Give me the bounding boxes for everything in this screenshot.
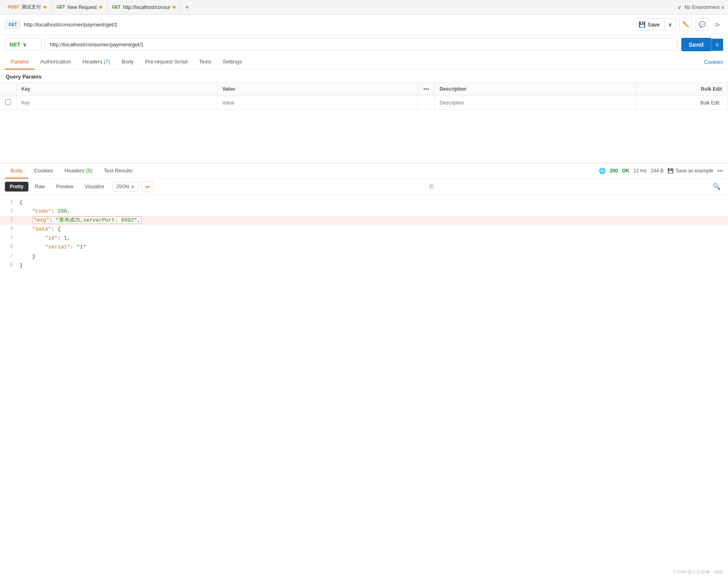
json-key: "code" [32, 208, 51, 214]
line-number: 5 [5, 234, 20, 243]
tab-settings[interactable]: Settings [217, 54, 248, 70]
res-tab-body[interactable]: Body [5, 163, 28, 178]
params-desc-input[interactable] [439, 100, 630, 106]
bulk-edit-label[interactable]: Bulk Edit [700, 100, 723, 106]
comment-button[interactable]: 💬 [695, 18, 708, 31]
status-code: 200 [610, 168, 618, 174]
json-key: "msg" [33, 217, 49, 223]
save-icon: 💾 [639, 21, 645, 28]
res-tab-cookies[interactable]: Cookies [28, 163, 59, 178]
env-chevron-icon: ∨ [721, 4, 725, 10]
save-button-group: 💾 Save ∨ [633, 18, 676, 30]
save-example-button[interactable]: 💾 Save as example [667, 168, 713, 174]
params-value-cell [217, 96, 418, 110]
send-dropdown-button[interactable]: ∨ [711, 39, 723, 51]
status-text: OK [622, 168, 629, 174]
save-dropdown-button[interactable]: ∨ [665, 19, 676, 30]
line-number: 3 [5, 216, 20, 225]
tab-settings-label: Settings [223, 59, 242, 65]
url-input[interactable] [45, 38, 678, 51]
params-header-checkbox [0, 83, 16, 96]
line-number: 1 [5, 198, 20, 207]
send-button-group: Send ∨ [681, 38, 723, 51]
params-row-checkbox[interactable] [5, 99, 11, 105]
tab-chevron[interactable]: ∨ [678, 4, 681, 10]
fmt-tab-pretty[interactable]: Pretty [5, 182, 28, 192]
params-value-input[interactable] [222, 100, 413, 106]
response-time: 13 ms [633, 168, 647, 174]
tab-actions: ∨ No Environment ∨ [678, 4, 725, 10]
fmt-tab-visualize[interactable]: Visualize [80, 182, 109, 192]
json-format-select[interactable]: JSON ∨ [113, 182, 138, 192]
send-button[interactable]: Send [681, 38, 711, 51]
res-tab-test-results[interactable]: Test Results [98, 163, 138, 178]
json-key: "data" [32, 226, 51, 232]
side-panel-button[interactable]: ⊳ [712, 19, 723, 30]
spacer [0, 110, 728, 159]
line-content: "data": { [20, 225, 61, 234]
url-bar: GET http://localhost/consumer/payment/ge… [0, 15, 728, 35]
tab-add-button[interactable]: + [181, 0, 193, 14]
tab-authorization[interactable]: Authorization [35, 54, 77, 70]
line-content: } [20, 261, 23, 270]
tab-tests[interactable]: Tests [193, 54, 217, 70]
url-display-text: http://localhost/consumer/payment/get/1 [24, 22, 630, 28]
cookies-link[interactable]: Cookies [704, 59, 723, 65]
res-tab-test-label: Test Results [104, 168, 133, 174]
tab-get-new[interactable]: GET New Request [52, 0, 107, 14]
json-line-3: 3 "msg": "查询成功,serverPort: 8002", [0, 216, 728, 225]
method-select[interactable]: GET ∨ [5, 38, 41, 51]
edit-button[interactable]: ✏️ [679, 18, 692, 31]
format-row: Pretty Raw Preview Visualize JSON ∨ ⇌ ⎘ … [0, 178, 728, 195]
tab-post-payment[interactable]: POST 测试支付 [3, 0, 52, 14]
save-example-label: Save as example [676, 168, 713, 174]
json-line-4: 4 "data": { [0, 225, 728, 234]
params-desc-cell [435, 96, 635, 110]
tab-get-consumer[interactable]: GET http://localhost/consur [107, 0, 181, 14]
line-number: 7 [5, 252, 20, 261]
tab-dot [43, 6, 46, 9]
params-key-cell [16, 96, 217, 110]
fmt-tab-raw[interactable]: Raw [30, 182, 50, 192]
tab-tests-label: Tests [199, 59, 211, 65]
params-key-input[interactable] [22, 100, 212, 106]
line-number: 4 [5, 225, 20, 234]
search-icon: 🔍 [713, 183, 721, 190]
fmt-tab-preview[interactable]: Preview [51, 182, 78, 192]
tab-label: 测试支付 [22, 4, 41, 11]
response-more-button[interactable]: ••• [717, 168, 723, 174]
response-size: 244 B [651, 168, 663, 174]
save-button[interactable]: 💾 Save [634, 19, 665, 30]
comment-icon: 💬 [699, 21, 706, 28]
json-line-7: 7 } [0, 252, 728, 261]
edit-icon: ✏️ [682, 21, 689, 28]
save-label: Save [648, 22, 660, 28]
tab-params[interactable]: Params [5, 54, 35, 70]
line-number: 6 [5, 243, 20, 252]
bulk-edit-button[interactable]: Bulk Edit [701, 86, 722, 92]
tab-headers[interactable]: Headers (7) [77, 54, 116, 70]
headers-badge: (7) [104, 59, 110, 65]
params-header-key: Key [16, 83, 217, 96]
search-button[interactable]: 🔍 [710, 181, 723, 192]
params-more-icon[interactable]: ••• [423, 86, 429, 92]
res-headers-badge: (5) [86, 168, 92, 174]
copy-button[interactable]: ⎘ [427, 181, 436, 192]
method-badge-get: GET [57, 5, 65, 9]
env-selector[interactable]: No Environment ∨ [685, 4, 725, 10]
json-value: 200 [58, 208, 67, 214]
res-tab-headers[interactable]: Headers (5) [59, 163, 98, 178]
params-row-empty: Bulk Edit [0, 96, 728, 110]
line-number: 8 [5, 261, 20, 270]
tab-body-label: Body [122, 59, 134, 65]
tab-pre-request[interactable]: Pre-request Script [139, 54, 193, 70]
params-row-checkbox-cell [0, 96, 16, 110]
tab-body[interactable]: Body [116, 54, 139, 70]
json-line-1: 1 { [0, 198, 728, 207]
json-value: "1" [76, 244, 86, 250]
wrap-button[interactable]: ⇌ [141, 181, 154, 192]
line-content: "id": 1, [20, 234, 70, 243]
json-line-6: 6 "serial": "1" [0, 243, 728, 252]
method-chevron-icon: ∨ [23, 41, 27, 48]
params-table: Key Value ••• Description Bulk Edit [0, 82, 728, 110]
